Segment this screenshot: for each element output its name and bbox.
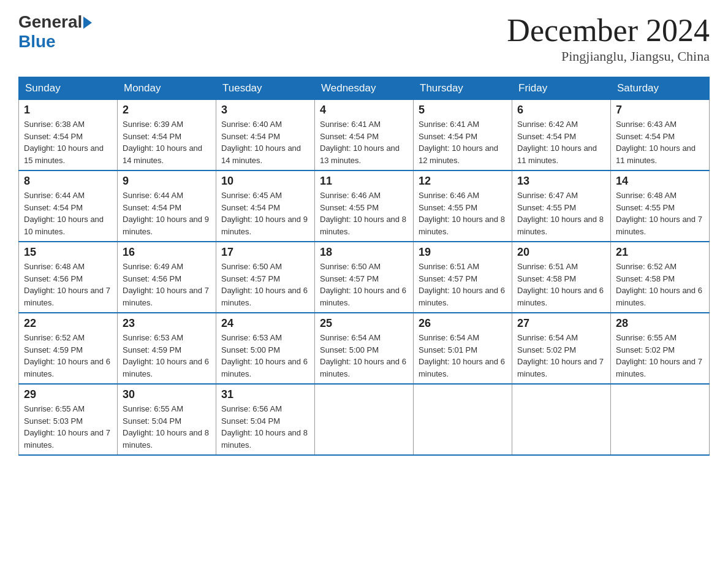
day-number: 17 [221, 246, 309, 259]
day-info: Sunrise: 6:52 AMSunset: 4:59 PMDaylight:… [24, 332, 112, 380]
day-number: 19 [419, 246, 507, 259]
day-info: Sunrise: 6:54 AMSunset: 5:01 PMDaylight:… [419, 332, 507, 380]
day-number: 22 [24, 317, 112, 330]
day-info: Sunrise: 6:38 AMSunset: 4:54 PMDaylight:… [24, 118, 112, 166]
day-number: 4 [320, 104, 408, 117]
location-text: Pingjianglu, Jiangsu, China [507, 48, 710, 64]
day-number: 18 [320, 246, 408, 259]
calendar-cell: 13 Sunrise: 6:47 AMSunset: 4:55 PMDaylig… [512, 170, 611, 242]
calendar-cell: 23 Sunrise: 6:53 AMSunset: 4:59 PMDaylig… [118, 313, 216, 384]
calendar-cell: 10 Sunrise: 6:45 AMSunset: 4:54 PMDaylig… [216, 170, 315, 242]
calendar-cell [414, 384, 512, 455]
page-header: General Blue December 2024 Pingjianglu, … [18, 12, 710, 64]
day-info: Sunrise: 6:55 AMSunset: 5:02 PMDaylight:… [616, 332, 704, 380]
day-info: Sunrise: 6:40 AMSunset: 4:54 PMDaylight:… [221, 118, 309, 166]
calendar-cell: 24 Sunrise: 6:53 AMSunset: 5:00 PMDaylig… [216, 313, 315, 384]
calendar-cell: 3 Sunrise: 6:40 AMSunset: 4:54 PMDayligh… [216, 100, 315, 171]
title-area: December 2024 Pingjianglu, Jiangsu, Chin… [507, 12, 710, 64]
day-number: 30 [123, 388, 211, 401]
day-number: 14 [616, 175, 704, 188]
day-info: Sunrise: 6:47 AMSunset: 4:55 PMDaylight:… [517, 190, 605, 237]
day-info: Sunrise: 6:44 AMSunset: 4:54 PMDaylight:… [24, 190, 112, 237]
calendar-cell: 5 Sunrise: 6:41 AMSunset: 4:54 PMDayligh… [414, 100, 512, 171]
calendar-cell: 12 Sunrise: 6:46 AMSunset: 4:55 PMDaylig… [414, 170, 512, 242]
calendar-cell: 20 Sunrise: 6:51 AMSunset: 4:58 PMDaylig… [512, 242, 611, 313]
logo-arrow-icon [83, 17, 92, 29]
day-number: 20 [517, 246, 605, 259]
day-number: 15 [24, 246, 112, 259]
calendar-week-5: 29 Sunrise: 6:55 AMSunset: 5:03 PMDaylig… [19, 384, 710, 455]
header-thursday: Thursday [414, 77, 512, 100]
day-number: 12 [419, 175, 507, 188]
day-info: Sunrise: 6:48 AMSunset: 4:56 PMDaylight:… [24, 261, 112, 308]
day-number: 6 [517, 104, 605, 117]
day-info: Sunrise: 6:54 AMSunset: 5:02 PMDaylight:… [517, 332, 605, 380]
day-info: Sunrise: 6:41 AMSunset: 4:54 PMDaylight:… [419, 118, 507, 166]
day-info: Sunrise: 6:49 AMSunset: 4:56 PMDaylight:… [123, 261, 211, 308]
day-number: 13 [517, 175, 605, 188]
day-number: 25 [320, 317, 408, 330]
calendar-cell: 4 Sunrise: 6:41 AMSunset: 4:54 PMDayligh… [315, 100, 414, 171]
calendar-week-1: 1 Sunrise: 6:38 AMSunset: 4:54 PMDayligh… [19, 100, 710, 171]
calendar-cell: 9 Sunrise: 6:44 AMSunset: 4:54 PMDayligh… [118, 170, 216, 242]
day-number: 2 [123, 104, 211, 117]
calendar-cell: 25 Sunrise: 6:54 AMSunset: 5:00 PMDaylig… [315, 313, 414, 384]
day-info: Sunrise: 6:41 AMSunset: 4:54 PMDaylight:… [320, 118, 408, 166]
day-info: Sunrise: 6:43 AMSunset: 4:54 PMDaylight:… [616, 118, 704, 166]
calendar-cell: 18 Sunrise: 6:50 AMSunset: 4:57 PMDaylig… [315, 242, 414, 313]
calendar-cell [512, 384, 611, 455]
day-number: 27 [517, 317, 605, 330]
calendar-cell: 30 Sunrise: 6:55 AMSunset: 5:04 PMDaylig… [118, 384, 216, 455]
calendar-cell: 27 Sunrise: 6:54 AMSunset: 5:02 PMDaylig… [512, 313, 611, 384]
day-info: Sunrise: 6:46 AMSunset: 4:55 PMDaylight:… [419, 190, 507, 237]
calendar-cell: 21 Sunrise: 6:52 AMSunset: 4:58 PMDaylig… [611, 242, 710, 313]
header-sunday: Sunday [19, 77, 118, 100]
day-info: Sunrise: 6:50 AMSunset: 4:57 PMDaylight:… [320, 261, 408, 308]
day-info: Sunrise: 6:52 AMSunset: 4:58 PMDaylight:… [616, 261, 704, 308]
calendar-cell: 2 Sunrise: 6:39 AMSunset: 4:54 PMDayligh… [118, 100, 216, 171]
calendar-cell: 26 Sunrise: 6:54 AMSunset: 5:01 PMDaylig… [414, 313, 512, 384]
day-info: Sunrise: 6:53 AMSunset: 5:00 PMDaylight:… [221, 332, 309, 380]
calendar-cell: 31 Sunrise: 6:56 AMSunset: 5:04 PMDaylig… [216, 384, 315, 455]
logo-general-text: General [18, 12, 82, 32]
day-number: 10 [221, 175, 309, 188]
calendar-cell: 6 Sunrise: 6:42 AMSunset: 4:54 PMDayligh… [512, 100, 611, 171]
calendar-header-row: SundayMondayTuesdayWednesdayThursdayFrid… [19, 77, 710, 100]
calendar-cell: 16 Sunrise: 6:49 AMSunset: 4:56 PMDaylig… [118, 242, 216, 313]
calendar-cell: 11 Sunrise: 6:46 AMSunset: 4:55 PMDaylig… [315, 170, 414, 242]
logo-blue-text: Blue [18, 32, 56, 52]
calendar-cell: 15 Sunrise: 6:48 AMSunset: 4:56 PMDaylig… [19, 242, 118, 313]
calendar-cell: 29 Sunrise: 6:55 AMSunset: 5:03 PMDaylig… [19, 384, 118, 455]
day-number: 26 [419, 317, 507, 330]
calendar-week-3: 15 Sunrise: 6:48 AMSunset: 4:56 PMDaylig… [19, 242, 710, 313]
day-number: 3 [221, 104, 309, 117]
day-number: 21 [616, 246, 704, 259]
calendar-cell: 1 Sunrise: 6:38 AMSunset: 4:54 PMDayligh… [19, 100, 118, 171]
day-number: 29 [24, 388, 112, 401]
day-number: 9 [123, 175, 211, 188]
day-number: 8 [24, 175, 112, 188]
day-info: Sunrise: 6:44 AMSunset: 4:54 PMDaylight:… [123, 190, 211, 237]
day-info: Sunrise: 6:55 AMSunset: 5:03 PMDaylight:… [24, 403, 112, 451]
calendar-cell: 7 Sunrise: 6:43 AMSunset: 4:54 PMDayligh… [611, 100, 710, 171]
calendar-cell [611, 384, 710, 455]
day-info: Sunrise: 6:50 AMSunset: 4:57 PMDaylight:… [221, 261, 309, 308]
day-number: 23 [123, 317, 211, 330]
day-number: 28 [616, 317, 704, 330]
day-number: 7 [616, 104, 704, 117]
day-number: 31 [221, 388, 309, 401]
calendar-week-4: 22 Sunrise: 6:52 AMSunset: 4:59 PMDaylig… [19, 313, 710, 384]
logo: General Blue [18, 12, 92, 52]
day-number: 16 [123, 246, 211, 259]
header-tuesday: Tuesday [216, 77, 315, 100]
calendar-cell: 19 Sunrise: 6:51 AMSunset: 4:57 PMDaylig… [414, 242, 512, 313]
calendar-cell: 28 Sunrise: 6:55 AMSunset: 5:02 PMDaylig… [611, 313, 710, 384]
calendar-cell: 14 Sunrise: 6:48 AMSunset: 4:55 PMDaylig… [611, 170, 710, 242]
month-title: December 2024 [507, 12, 710, 48]
calendar-week-2: 8 Sunrise: 6:44 AMSunset: 4:54 PMDayligh… [19, 170, 710, 242]
day-info: Sunrise: 6:48 AMSunset: 4:55 PMDaylight:… [616, 190, 704, 237]
day-number: 5 [419, 104, 507, 117]
header-wednesday: Wednesday [315, 77, 414, 100]
day-info: Sunrise: 6:53 AMSunset: 4:59 PMDaylight:… [123, 332, 211, 380]
calendar-table: SundayMondayTuesdayWednesdayThursdayFrid… [18, 77, 710, 456]
